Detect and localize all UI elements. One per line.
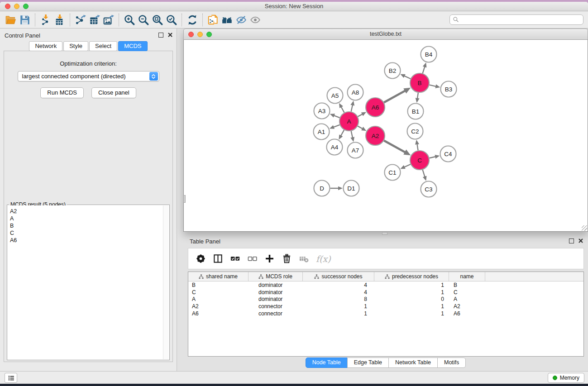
table-row[interactable]: A6connector11A6 bbox=[188, 310, 583, 317]
hide-graphics-details-icon[interactable] bbox=[234, 13, 248, 27]
node-A6[interactable]: A6 bbox=[366, 98, 385, 117]
edge-A2-C[interactable] bbox=[384, 141, 405, 152]
node-C3[interactable]: C3 bbox=[421, 181, 437, 197]
edge-B-B2[interactable] bbox=[404, 76, 410, 79]
table-cell[interactable]: 0 bbox=[374, 296, 449, 302]
edge-C-C1[interactable] bbox=[404, 164, 410, 167]
select-first-neighbors-icon[interactable] bbox=[220, 13, 234, 27]
table-cell[interactable]: A bbox=[449, 296, 485, 302]
zoom-selected-icon[interactable] bbox=[164, 13, 178, 27]
table-options-gear-icon[interactable] bbox=[193, 251, 208, 267]
node-A4[interactable]: A4 bbox=[327, 139, 343, 155]
export-network-icon[interactable] bbox=[73, 13, 87, 27]
node-D[interactable]: D bbox=[314, 181, 330, 196]
node-table[interactable]: shared nameMCDS rolesuccessor nodesprede… bbox=[188, 272, 584, 357]
table-cell[interactable]: B bbox=[449, 282, 485, 288]
table-cell[interactable]: 1 bbox=[374, 310, 449, 317]
memory-button[interactable]: Memory bbox=[548, 373, 584, 383]
table-cell[interactable]: 1 bbox=[303, 310, 374, 317]
edge-A-A4[interactable] bbox=[341, 130, 344, 136]
criterion-dropdown[interactable]: largest connected component (directed) bbox=[18, 71, 159, 81]
tab-motifs[interactable]: Motifs bbox=[437, 357, 466, 368]
tab-select[interactable]: Select bbox=[89, 41, 117, 51]
edge-A-A6[interactable] bbox=[358, 114, 362, 116]
table-cell[interactable]: connector bbox=[249, 310, 303, 317]
node-A1[interactable]: A1 bbox=[314, 124, 330, 140]
export-table-icon[interactable] bbox=[87, 13, 101, 27]
node-C4[interactable]: C4 bbox=[440, 146, 456, 162]
close-panel-button[interactable]: Close panel bbox=[91, 87, 136, 98]
mcds-result-item[interactable]: A6 bbox=[8, 237, 163, 244]
edge-C-C2[interactable] bbox=[417, 144, 418, 151]
mcds-result-item[interactable]: B bbox=[8, 222, 163, 229]
zoom-in-icon[interactable] bbox=[122, 13, 136, 27]
node-B1[interactable]: B1 bbox=[408, 104, 424, 119]
table-cell[interactable]: A6 bbox=[188, 310, 249, 317]
deselect-all-icon[interactable] bbox=[244, 251, 260, 267]
table-cell[interactable]: A6 bbox=[449, 310, 485, 317]
edge-A-A3[interactable] bbox=[334, 115, 339, 118]
table-row[interactable]: Bdominator41B bbox=[188, 281, 583, 289]
show-graphics-details-icon[interactable] bbox=[248, 13, 262, 27]
open-file-icon[interactable] bbox=[4, 13, 18, 27]
column-header-MCDS-role[interactable]: MCDS role bbox=[249, 272, 303, 281]
show-columns-icon[interactable] bbox=[210, 251, 225, 267]
import-network-icon[interactable] bbox=[38, 13, 53, 27]
create-column-icon[interactable] bbox=[262, 251, 277, 267]
mcds-result-item[interactable]: A bbox=[8, 215, 163, 222]
left-splitter-handle[interactable] bbox=[183, 195, 186, 203]
table-cell[interactable]: 1 bbox=[374, 289, 449, 295]
edge-A-A2[interactable] bbox=[358, 126, 362, 129]
node-C[interactable]: C bbox=[410, 151, 429, 170]
node-A7[interactable]: A7 bbox=[348, 143, 363, 158]
table-row[interactable]: Cdominator41C bbox=[188, 289, 583, 296]
network-graph-svg[interactable]: AA1A2A3A4A5A6A7A8BB1B2B3B4CC1C2C3C4DD1 bbox=[184, 40, 588, 231]
network-from-selection-icon[interactable] bbox=[206, 13, 220, 27]
tab-network[interactable]: Network bbox=[29, 41, 62, 51]
edge-C-C4[interactable] bbox=[429, 157, 435, 158]
node-B4[interactable]: B4 bbox=[421, 47, 437, 62]
tab-edge-table[interactable]: Edge Table bbox=[347, 357, 389, 368]
select-all-icon[interactable] bbox=[227, 251, 243, 267]
float-table-panel-icon[interactable] bbox=[569, 238, 574, 243]
tab-node-table[interactable]: Node Table bbox=[306, 357, 348, 368]
column-header-shared-name[interactable]: shared name bbox=[188, 272, 249, 281]
tab-style[interactable]: Style bbox=[63, 41, 88, 51]
close-table-panel-icon[interactable] bbox=[578, 238, 583, 243]
column-header-name[interactable]: name bbox=[449, 272, 485, 281]
column-header-predecessor-nodes[interactable]: predecessor nodes bbox=[374, 272, 449, 281]
search-input[interactable] bbox=[449, 14, 583, 25]
node-B[interactable]: B bbox=[410, 73, 429, 92]
table-cell[interactable]: A2 bbox=[188, 303, 249, 310]
run-mcds-button[interactable]: Run MCDS bbox=[40, 87, 84, 98]
zoom-fit-icon[interactable] bbox=[150, 13, 164, 27]
mcds-result-list[interactable]: A2ABCA6 bbox=[8, 205, 163, 359]
tab-network-table[interactable]: Network Table bbox=[388, 357, 438, 368]
tab-mcds[interactable]: MCDS bbox=[118, 41, 147, 51]
save-session-icon[interactable] bbox=[18, 13, 32, 27]
table-cell[interactable]: 1 bbox=[303, 303, 374, 310]
table-cell[interactable]: dominator bbox=[249, 289, 303, 295]
edge-B-B1[interactable] bbox=[417, 93, 418, 99]
node-A2[interactable]: A2 bbox=[366, 126, 385, 145]
float-panel-icon[interactable] bbox=[158, 33, 163, 38]
task-history-button[interactable] bbox=[5, 373, 17, 383]
node-A3[interactable]: A3 bbox=[314, 103, 330, 119]
node-A5[interactable]: A5 bbox=[327, 88, 343, 104]
table-cell[interactable]: A bbox=[188, 296, 249, 302]
node-B2[interactable]: B2 bbox=[385, 63, 401, 79]
node-D1[interactable]: D1 bbox=[344, 181, 359, 196]
node-B3[interactable]: B3 bbox=[441, 81, 457, 97]
close-panel-icon[interactable] bbox=[167, 32, 173, 38]
node-C2[interactable]: C2 bbox=[407, 124, 423, 139]
delete-columns-icon[interactable] bbox=[279, 251, 294, 267]
table-cell[interactable]: 1 bbox=[374, 282, 449, 288]
edge-B-B4[interactable] bbox=[423, 67, 425, 73]
table-cell[interactable]: connector bbox=[249, 303, 303, 310]
network-window-titlebar[interactable]: testGlobe.txt bbox=[183, 29, 588, 40]
node-C1[interactable]: C1 bbox=[385, 165, 401, 181]
node-A8[interactable]: A8 bbox=[348, 85, 363, 100]
table-cell[interactable]: dominator bbox=[249, 296, 303, 302]
table-cell[interactable]: 8 bbox=[303, 296, 374, 302]
refresh-icon[interactable] bbox=[185, 13, 199, 27]
